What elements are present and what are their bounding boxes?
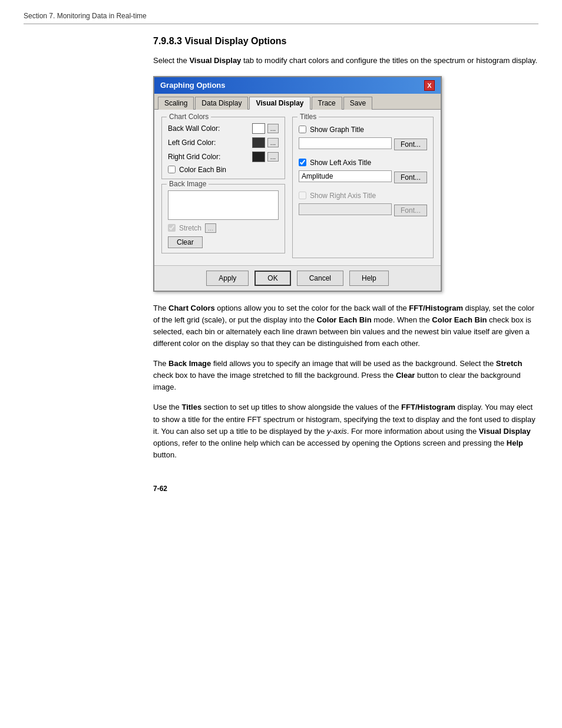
intro-text: Select the Visual Display tab to modify … [153,55,538,67]
left-axis-title-input[interactable] [299,170,392,182]
section-title: 7.9.8.3 Visual Display Options [153,36,538,47]
tab-save[interactable]: Save [343,97,372,110]
left-panel: Chart Colors Back Wall Color: ... Left G… [161,117,285,258]
show-right-axis-row: Show Right Axis Title [299,192,427,200]
show-right-axis-label: Show Right Axis Title [310,192,376,200]
back-image-title: Back Image [167,180,209,188]
right-grid-color-button[interactable]: ... [267,152,279,162]
ok-button[interactable]: OK [254,271,290,286]
left-axis-font-button[interactable]: Font... [394,172,427,183]
tab-data-display[interactable]: Data Display [195,97,248,110]
dialog-body: Chart Colors Back Wall Color: ... Left G… [154,110,441,265]
titles-group: Titles Show Graph Title Font... [292,117,434,258]
help-button[interactable]: Help [349,271,389,286]
left-axis-input-row: Font... [299,170,427,185]
chart-colors-group: Chart Colors Back Wall Color: ... Left G… [161,117,285,179]
stretch-checkbox [168,224,176,232]
stretch-label: Stretch [179,224,201,232]
right-axis-font-button: Font... [394,205,427,216]
dialog-titlebar: Graphing Options X [154,77,441,94]
right-grid-label: Right Grid Color: [168,153,252,161]
graphing-options-dialog: Graphing Options X Scaling Data Display … [153,76,442,292]
right-axis-title-input [299,203,392,215]
show-left-axis-label: Show Left Axis Title [310,159,371,167]
show-left-axis-checkbox[interactable] [299,159,306,166]
titles-group-title: Titles [297,113,319,121]
graph-title-section: Show Graph Title Font... [299,126,427,151]
show-graph-title-label: Show Graph Title [310,126,364,134]
tab-visual-display[interactable]: Visual Display [249,97,310,110]
show-graph-title-checkbox[interactable] [299,126,306,133]
dialog-title: Graphing Options [160,81,226,90]
left-grid-color-button[interactable]: ... [267,138,279,147]
back-image-preview [168,190,279,220]
graph-title-input-row: Font... [299,137,427,151]
right-grid-swatch [252,151,265,162]
left-grid-swatch [252,137,265,148]
dialog-close-button[interactable]: X [424,80,435,91]
left-grid-label: Left Grid Color: [168,139,252,147]
paragraph-2: The Back Image field allows you to speci… [153,358,538,393]
page-header: Section 7. Monitoring Data in Real-time [24,12,538,24]
clear-button[interactable]: Clear [168,236,203,248]
right-grid-color-row: Right Grid Color: ... [168,151,279,162]
stretch-browse-button: ... [205,223,216,233]
tab-scaling[interactable]: Scaling [158,97,194,110]
show-graph-title-row: Show Graph Title [299,126,427,134]
graph-title-font-button[interactable]: Font... [394,139,427,150]
header-text: Section 7. Monitoring Data in Real-time [24,12,147,20]
color-each-bin-row: Color Each Bin [168,166,279,174]
show-right-axis-checkbox [299,192,306,199]
page-number: 7-62 [153,485,538,493]
paragraph-3: Use the Titles section to set up titles … [153,401,538,461]
back-image-group: Back Image Stretch ... Clear [161,184,285,253]
color-each-bin-label: Color Each Bin [179,166,226,174]
chart-colors-title: Chart Colors [167,113,211,121]
stretch-row: Stretch ... [168,223,279,233]
color-each-bin-checkbox[interactable] [168,166,176,173]
left-axis-section: Show Left Axis Title Font... [299,159,427,185]
apply-button[interactable]: Apply [206,271,249,286]
back-wall-color-row: Back Wall Color: ... [168,123,279,134]
back-wall-swatch [252,123,265,134]
graph-title-input[interactable] [299,137,392,149]
right-panel: Titles Show Graph Title Font... [292,117,434,258]
back-wall-color-button[interactable]: ... [267,124,279,133]
dialog-footer: Apply OK Cancel Help [154,265,441,291]
tab-trace[interactable]: Trace [312,97,342,110]
show-left-axis-row: Show Left Axis Title [299,159,427,167]
right-axis-input-row: Font... [299,203,427,218]
dialog-tabs: Scaling Data Display Visual Display Trac… [154,94,441,110]
paragraph-1: The Chart Colors options allow you to se… [153,302,538,350]
right-axis-section: Show Right Axis Title Font... [299,192,427,218]
cancel-button[interactable]: Cancel [297,271,343,286]
left-grid-color-row: Left Grid Color: ... [168,137,279,148]
back-wall-label: Back Wall Color: [168,124,252,133]
